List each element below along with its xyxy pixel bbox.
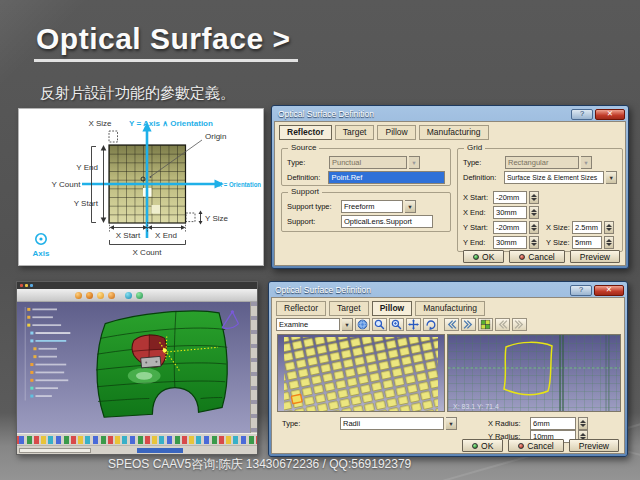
first-view-icon-disabled <box>495 318 510 331</box>
x-size-spinner[interactable] <box>604 221 614 234</box>
red-dot-icon <box>519 254 525 260</box>
tab-pillow[interactable]: Pillow <box>377 125 415 140</box>
dropdown-arrow-icon[interactable]: ▼ <box>606 171 617 184</box>
help-button[interactable]: ? <box>571 109 593 120</box>
preview-label: Preview <box>579 441 609 451</box>
x-radius-spinner[interactable] <box>578 417 588 430</box>
next-view-icon[interactable] <box>461 318 476 331</box>
catia-tool-icon[interactable] <box>86 292 93 299</box>
selected-tile[interactable] <box>291 394 302 403</box>
dropdown-arrow-icon[interactable]: ▼ <box>446 417 457 430</box>
ok-label: OK <box>481 441 493 451</box>
source-definition-field[interactable]: Point.Ref <box>328 171 445 184</box>
rotate-icon[interactable] <box>423 318 438 331</box>
cancel-button[interactable]: Cancel <box>509 250 564 263</box>
close-button[interactable]: ✕ <box>595 109 625 120</box>
sphere-view-icon[interactable] <box>355 318 370 331</box>
x-start-spinner[interactable] <box>529 191 539 204</box>
catia-right-toolbar[interactable] <box>250 302 257 433</box>
dropdown-arrow-icon[interactable]: ▼ <box>342 318 353 331</box>
tab-target[interactable]: Target <box>335 125 375 140</box>
close-button[interactable]: ✕ <box>594 285 624 296</box>
green-dot-icon <box>473 254 479 260</box>
catia-bottom-toolbar[interactable] <box>17 433 257 445</box>
slide: Optical Surface > 反射片設計功能的參數定義。 <box>0 0 640 480</box>
tabbar: Reflector Target Pillow Manufacturing <box>279 125 489 140</box>
multi-view-icon[interactable] <box>478 318 493 331</box>
pillow-grid-view <box>278 335 445 412</box>
catia-titlebar[interactable] <box>17 282 257 289</box>
tab-reflector[interactable]: Reflector <box>276 301 326 316</box>
x-size-marker <box>109 131 118 142</box>
page-title: Optical Surface > <box>34 22 298 62</box>
ok-button[interactable]: OK <box>463 250 504 263</box>
y-size-field[interactable]: 5mm <box>572 236 602 249</box>
y-start-field[interactable]: -20mm <box>493 221 527 234</box>
dialog-body: Reflector Target Pillow Manufacturing So… <box>274 121 626 266</box>
help-button[interactable]: ? <box>570 285 592 296</box>
zoom-area-icon[interactable] <box>389 318 404 331</box>
pillow-2d-panel[interactable]: X: 83.1 Y: 71.4 <box>447 334 621 412</box>
x-start-label: X Start <box>116 231 141 240</box>
preview-button[interactable]: Preview <box>569 439 619 452</box>
dialog-buttons: OK Cancel Preview <box>463 250 620 263</box>
tab-pillow[interactable]: Pillow <box>372 301 413 316</box>
reflector-dialog: Optical Surface Definition ? ✕ Reflector… <box>271 105 629 269</box>
support-type-select[interactable]: Freeform <box>341 200 403 213</box>
tab-target[interactable]: Target <box>329 301 369 316</box>
grid-group-label: Grid <box>464 143 485 152</box>
y-start-spinner[interactable] <box>529 221 539 234</box>
parameter-diagram-figure: X Size Y = Axis ∧ Orientation Origin Y E… <box>19 109 263 265</box>
catia-viewport[interactable] <box>17 302 257 433</box>
x-end-label: X End <box>155 231 177 240</box>
highlight-glow <box>136 372 152 380</box>
arrowhead <box>101 145 107 151</box>
grid-definition-label: Definition: <box>463 173 502 182</box>
x-radius-field[interactable]: 6mm <box>530 417 576 430</box>
source-type-select[interactable]: Punctual <box>329 156 407 169</box>
pillow-3d-panel[interactable] <box>277 334 445 412</box>
catia-tool-icon[interactable] <box>97 292 104 299</box>
y-size-marker <box>186 213 195 222</box>
tab-manufacturing[interactable]: Manufacturing <box>415 301 485 316</box>
x-start-field[interactable]: -20mm <box>493 191 527 204</box>
arrowhead <box>101 218 107 224</box>
tab-manufacturing[interactable]: Manufacturing <box>419 125 489 140</box>
preview-button[interactable]: Preview <box>570 250 620 263</box>
cancel-label: Cancel <box>528 252 554 262</box>
grid-definition-select[interactable]: Surface Size & Element Sizes <box>504 171 604 184</box>
zoom-icon[interactable] <box>372 318 387 331</box>
y-size-spinner[interactable] <box>604 236 614 249</box>
grid-type-select[interactable]: Rectangular <box>505 156 579 169</box>
x-end-spinner[interactable] <box>529 206 539 219</box>
x-end-field[interactable]: 30mm <box>493 206 527 219</box>
x-count-brace <box>110 240 186 245</box>
tab-reflector[interactable]: Reflector <box>279 125 332 140</box>
dialog-buttons: OK Cancel Preview <box>462 439 619 452</box>
preview-label: Preview <box>580 252 610 262</box>
x-size-field[interactable]: 2.5mm <box>572 221 602 234</box>
dialog-title: Optical Surface Definition <box>272 285 568 295</box>
support-field[interactable]: OpticalLens.Support <box>341 215 433 228</box>
coords-readout: X: 83.1 Y: 71.4 <box>453 403 499 410</box>
ok-button[interactable]: OK <box>462 439 503 452</box>
origin-dot <box>150 176 152 178</box>
y-end-field[interactable]: 30mm <box>493 236 527 249</box>
dialog-titlebar[interactable]: Optical Surface Definition ? ✕ <box>274 107 626 121</box>
pan-icon[interactable] <box>406 318 421 331</box>
dialog-titlebar[interactable]: Optical Surface Definition ? ✕ <box>271 283 625 297</box>
catia-tool-icon[interactable] <box>136 292 143 299</box>
status-field <box>19 448 91 453</box>
catia-tool-icon[interactable] <box>75 292 82 299</box>
catia-tool-icon[interactable] <box>108 292 115 299</box>
command-field[interactable] <box>137 448 183 453</box>
y-end-label: Y End: <box>463 238 491 247</box>
dropdown-arrow-icon[interactable]: ▼ <box>405 200 416 213</box>
dialog-body: Reflector Target Pillow Manufacturing Ex… <box>271 297 625 454</box>
y-end-spinner[interactable] <box>529 236 539 249</box>
catia-tool-icon[interactable] <box>125 292 132 299</box>
previous-view-icon[interactable] <box>444 318 459 331</box>
view-mode-select[interactable]: Examine <box>276 318 340 331</box>
pillow-type-select[interactable]: Radii <box>340 417 444 430</box>
cancel-button[interactable]: Cancel <box>508 439 563 452</box>
